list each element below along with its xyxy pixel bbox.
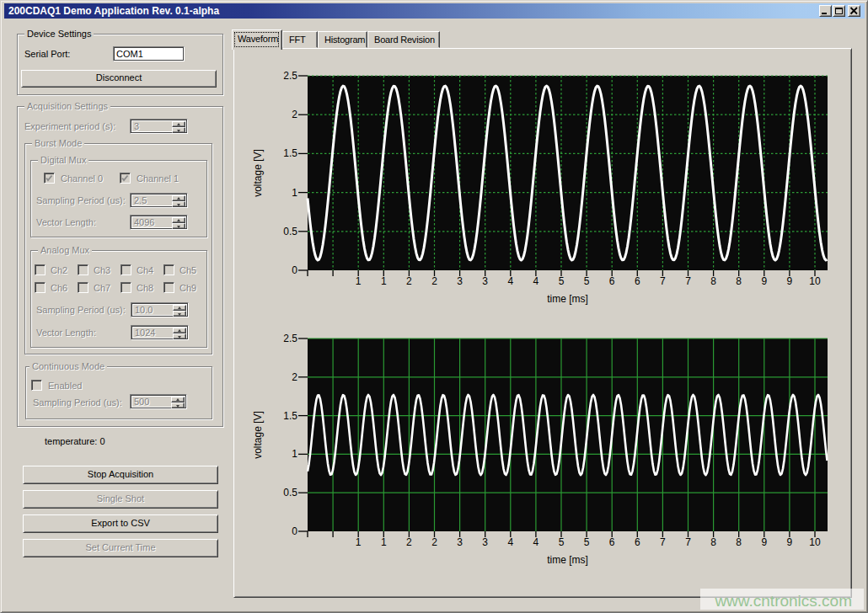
svg-text:6: 6 xyxy=(609,536,615,548)
svg-text:6: 6 xyxy=(635,275,640,287)
svg-text:5: 5 xyxy=(559,275,565,287)
svg-text:0.5: 0.5 xyxy=(283,487,297,498)
svg-text:2: 2 xyxy=(292,371,297,383)
svg-text:time [ms]: time [ms] xyxy=(547,554,588,566)
svg-text:6: 6 xyxy=(635,536,640,548)
svg-text:8: 8 xyxy=(736,275,742,287)
svg-text:7: 7 xyxy=(660,275,666,287)
svg-text:9: 9 xyxy=(761,275,767,287)
svg-text:7: 7 xyxy=(685,536,691,548)
svg-text:5: 5 xyxy=(559,536,565,548)
svg-text:10: 10 xyxy=(809,275,821,287)
svg-text:4: 4 xyxy=(507,536,513,548)
svg-text:1: 1 xyxy=(356,275,362,287)
svg-text:1: 1 xyxy=(292,187,297,199)
svg-text:2.5: 2.5 xyxy=(283,333,297,344)
svg-text:3: 3 xyxy=(457,275,463,287)
svg-text:0: 0 xyxy=(292,264,297,276)
svg-text:7: 7 xyxy=(660,536,666,548)
svg-text:4: 4 xyxy=(533,275,539,287)
svg-text:5: 5 xyxy=(584,275,590,287)
svg-text:5: 5 xyxy=(584,536,590,548)
svg-text:6: 6 xyxy=(609,275,615,287)
svg-text:0.5: 0.5 xyxy=(283,226,297,237)
svg-text:time [ms]: time [ms] xyxy=(547,293,588,305)
svg-text:3: 3 xyxy=(482,275,488,287)
svg-text:2: 2 xyxy=(406,275,412,287)
svg-text:3: 3 xyxy=(482,536,488,548)
svg-text:7: 7 xyxy=(685,275,691,287)
svg-text:2.5: 2.5 xyxy=(283,70,297,82)
svg-text:2: 2 xyxy=(292,109,297,120)
svg-text:8: 8 xyxy=(736,536,742,548)
svg-text:4: 4 xyxy=(507,275,513,287)
svg-text:0: 0 xyxy=(292,525,297,537)
svg-text:2: 2 xyxy=(431,275,437,287)
svg-text:1.5: 1.5 xyxy=(283,147,297,159)
svg-text:voltage [V]: voltage [V] xyxy=(252,411,264,459)
svg-text:1.5: 1.5 xyxy=(283,410,297,422)
svg-text:1: 1 xyxy=(356,536,362,548)
svg-text:1: 1 xyxy=(381,536,387,548)
svg-text:9: 9 xyxy=(761,536,767,548)
svg-text:9: 9 xyxy=(787,536,793,548)
svg-text:voltage [V]: voltage [V] xyxy=(252,149,264,197)
svg-text:1: 1 xyxy=(292,448,297,460)
svg-text:8: 8 xyxy=(710,275,716,287)
svg-text:1: 1 xyxy=(381,275,387,287)
svg-text:4: 4 xyxy=(533,536,539,548)
svg-text:9: 9 xyxy=(787,275,793,287)
svg-text:2: 2 xyxy=(431,536,437,548)
svg-text:8: 8 xyxy=(710,536,716,548)
svg-text:3: 3 xyxy=(457,536,463,548)
svg-text:2: 2 xyxy=(406,536,412,548)
svg-text:10: 10 xyxy=(809,536,821,548)
